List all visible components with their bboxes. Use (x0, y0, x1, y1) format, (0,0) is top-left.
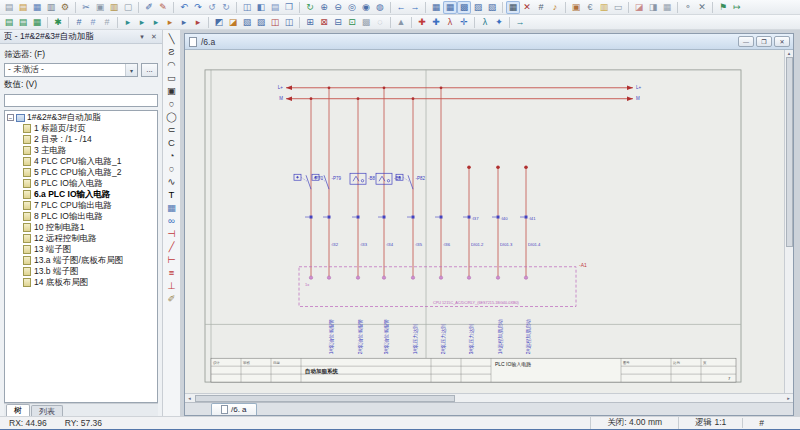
restore-button[interactable]: ❐ (756, 36, 772, 47)
toolbar-icon[interactable]: ⊟ (331, 16, 345, 29)
toolbar-icon[interactable] (562, 1, 569, 14)
drawing-tool-icon[interactable]: ◔ (165, 149, 179, 162)
toolbar-icon[interactable]: ▦ (429, 1, 443, 14)
toolbar-icon[interactable] (422, 1, 429, 14)
toolbar-icon[interactable]: ⊠ (317, 16, 331, 29)
tree-item-page[interactable]: 4 PLC CPU输入电路_1 (7, 156, 157, 167)
toolbar-icon[interactable] (114, 16, 121, 29)
drawing-tool-icon[interactable]: ◯ (165, 110, 179, 123)
tab-list[interactable]: 列表 (31, 405, 63, 416)
toolbar-icon[interactable]: ← (394, 1, 408, 14)
toolbar-icon[interactable]: ▥ (107, 1, 121, 14)
toolbar-icon[interactable]: ▸ (149, 16, 163, 29)
drawing-tool-icon[interactable]: ▦ (165, 201, 179, 214)
toolbar-icon[interactable]: ▦ (30, 16, 44, 29)
toolbar-icon[interactable]: ◨ (646, 1, 660, 14)
chevron-down-icon[interactable]: ▾ (125, 64, 137, 76)
drawing-tool-icon[interactable]: ◠ (165, 58, 179, 71)
toolbar-icon[interactable]: ▣ (93, 1, 107, 14)
tree-item-page[interactable]: 6.a PLC IO输入电路 (7, 189, 157, 200)
toolbar-icon[interactable] (296, 16, 303, 29)
drawing-tool-icon[interactable]: T (165, 188, 179, 201)
toolbar-icon[interactable] (44, 16, 51, 29)
toolbar-icon[interactable]: ▤ (2, 1, 16, 14)
toolbar-icon[interactable]: ▦ (443, 1, 457, 14)
toolbar-icon[interactable]: € (583, 1, 597, 14)
panel-menu-button[interactable]: ▾ (136, 31, 148, 42)
toolbar-icon[interactable]: ▦ (506, 1, 520, 14)
toolbar-icon[interactable] (72, 1, 79, 14)
panel-close-button[interactable]: ✕ (148, 31, 160, 42)
toolbar-icon[interactable] (625, 1, 632, 14)
toolbar-icon[interactable]: ▤ (268, 1, 282, 14)
toolbar-icon[interactable]: # (72, 16, 86, 29)
scroll-up-icon[interactable]: ▴ (785, 50, 794, 56)
toolbar-icon[interactable]: ↦ (730, 1, 744, 14)
tree-root-item[interactable]: − 1#&2#&3#自动加脂 (7, 112, 157, 123)
window-titlebar[interactable]: /6.a — ❐ ✕ (185, 34, 793, 50)
tree-item-page[interactable]: 12 远程控制电路 (7, 233, 157, 244)
pages-tree[interactable]: − 1#&2#&3#自动加脂 1 标题页/封页 2 目录 : /1 - /14 (4, 110, 158, 403)
toolbar-icon[interactable]: ▦ (660, 1, 674, 14)
scroll-left-icon[interactable]: ◂ (185, 395, 194, 401)
drawing-tool-icon[interactable]: ⊂ (165, 123, 179, 136)
toolbar-icon[interactable]: ✛ (457, 16, 471, 29)
toolbar-icon[interactable] (506, 16, 513, 29)
filter-select[interactable]: - 未激活 - ▾ (4, 63, 138, 77)
toolbar-icon[interactable]: ▢ (121, 1, 135, 14)
toolbar-icon[interactable]: ▸ (163, 16, 177, 29)
toolbar-icon[interactable] (408, 16, 415, 29)
toolbar-icon[interactable]: ▨ (471, 1, 485, 14)
toolbar-icon[interactable]: ⚙ (58, 1, 72, 14)
toolbar-icon[interactable]: ◪ (226, 16, 240, 29)
toolbar-icon[interactable]: ▣ (569, 1, 583, 14)
toolbar-icon[interactable]: ◪ (632, 1, 646, 14)
toolbar-icon[interactable]: ⊞ (303, 16, 317, 29)
toolbar-icon[interactable]: # (100, 16, 114, 29)
toolbar-icon[interactable]: # (86, 16, 100, 29)
tree-item-page[interactable]: 10 控制电路1 (7, 222, 157, 233)
horizontal-scrollbar[interactable]: ◂ ▸ (185, 393, 793, 402)
tree-item-page[interactable]: 13.a 端子图/底板布局图 (7, 255, 157, 266)
toolbar-icon[interactable]: ▩ (457, 1, 471, 14)
toolbar-icon[interactable]: ◎ (345, 1, 359, 14)
toolbar-icon[interactable]: ▥ (597, 1, 611, 14)
toolbar-icon[interactable]: ◫ (240, 1, 254, 14)
toolbar-icon[interactable]: ❐ (282, 1, 296, 14)
drawing-tool-icon[interactable]: ▭ (165, 71, 179, 84)
toolbar-icon[interactable]: ◉ (359, 1, 373, 14)
drawing-tool-icon[interactable]: Ƨ (165, 45, 179, 58)
toolbar-icon[interactable]: ◧ (254, 1, 268, 14)
toolbar-icon[interactable]: ▤ (2, 16, 16, 29)
toolbar-icon[interactable]: ▦ (30, 1, 44, 14)
toolbar-icon[interactable]: ▨ (254, 16, 268, 29)
drawing-tool-icon[interactable]: ○ (165, 97, 179, 110)
wires[interactable] (310, 86, 528, 276)
tab-tree[interactable]: 树 (6, 404, 30, 416)
toolbar-icon[interactable]: ▭ (611, 1, 625, 14)
toolbar-icon[interactable]: ✦ (492, 16, 506, 29)
toolbar-icon[interactable]: ✕ (520, 1, 534, 14)
drawing-tool-icon[interactable]: ▣ (165, 84, 179, 97)
close-button[interactable]: ✕ (774, 36, 790, 47)
toolbar-icon[interactable] (170, 1, 177, 14)
toolbar-icon[interactable]: ◍ (373, 1, 387, 14)
toolbar-icon[interactable]: ⚑ (716, 1, 730, 14)
toolbar-icon[interactable]: ◌ (373, 16, 387, 29)
toolbar-icon[interactable]: ⊡ (345, 16, 359, 29)
vertical-scroll-thumb[interactable] (786, 57, 793, 247)
toolbar-icon[interactable]: ⊕ (317, 1, 331, 14)
toolbar-icon[interactable]: ✎ (156, 1, 170, 14)
toolbar-icon[interactable] (674, 1, 681, 14)
toolbar-icon[interactable] (296, 1, 303, 14)
toolbar-icon[interactable]: ↻ (219, 1, 233, 14)
toolbar-icon[interactable] (471, 16, 478, 29)
power-bus[interactable]: L+ M L+ M (278, 85, 642, 101)
toolbar-icon[interactable]: ✂ (79, 1, 93, 14)
toolbar-icon[interactable]: ↺ (205, 1, 219, 14)
toolbar-icon[interactable]: ✕ (695, 1, 709, 14)
drawing-tool-icon[interactable]: ∿ (165, 175, 179, 188)
minimize-button[interactable]: — (738, 36, 754, 47)
filter-browse-button[interactable]: ... (141, 63, 158, 77)
toolbar-icon[interactable]: λ (443, 16, 457, 29)
